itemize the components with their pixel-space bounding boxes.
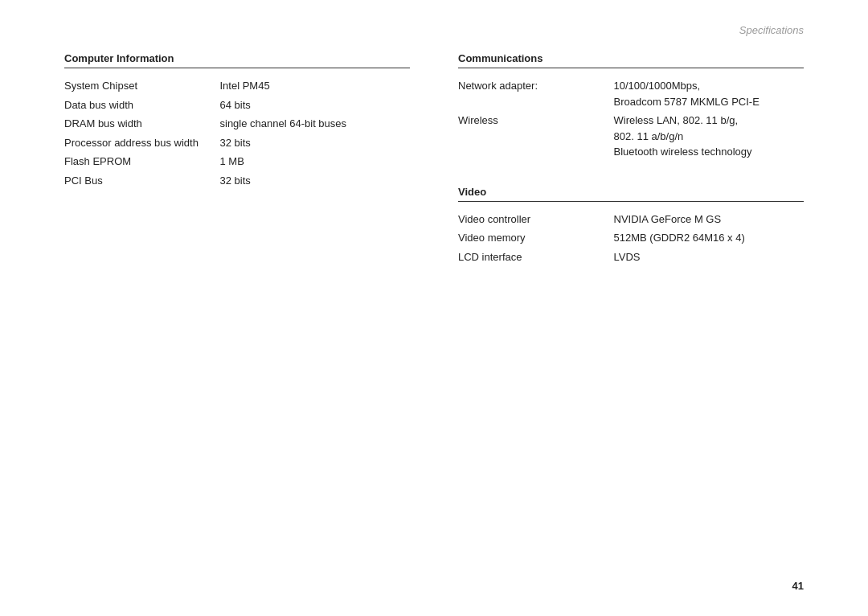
- spec-value: 1 MB: [220, 152, 411, 171]
- spec-label: Network adapter:: [458, 76, 614, 111]
- spec-label: LCD interface: [458, 248, 614, 267]
- page-container: Specifications Computer Information Syst…: [0, 0, 868, 616]
- spec-label: Data bus width: [64, 96, 220, 115]
- communications-title: Communications: [458, 52, 804, 68]
- spec-label: Video memory: [458, 228, 614, 248]
- spec-label: Video controller: [458, 210, 614, 229]
- spec-value: 32 bits: [220, 171, 411, 191]
- content-columns: Computer Information System Chipset Inte…: [64, 52, 804, 290]
- table-row: Video memory 512MB (GDDR2 64M16 x 4): [458, 228, 804, 248]
- table-row: DRAM bus width single channel 64-bit bus…: [64, 114, 410, 133]
- spec-value: 512MB (GDDR2 64M16 x 4): [614, 228, 805, 248]
- spec-value: Intel PM45: [220, 76, 411, 96]
- spec-value: single channel 64-bit buses: [220, 114, 411, 133]
- table-row: Flash EPROM 1 MB: [64, 152, 410, 171]
- left-column: Computer Information System Chipset Inte…: [64, 52, 410, 290]
- spec-label: DRAM bus width: [64, 114, 220, 133]
- spec-value: 32 bits: [220, 133, 411, 153]
- table-row: System Chipset Intel PM45: [64, 76, 410, 96]
- spec-value: NVIDIA GeForce M GS: [614, 210, 805, 229]
- table-row: Video controller NVIDIA GeForce M GS: [458, 210, 804, 229]
- page-title: Specifications: [739, 24, 804, 36]
- video-title: Video: [458, 186, 804, 202]
- table-row: Wireless Wireless LAN, 802. 11 b/g,802. …: [458, 111, 804, 162]
- page-footer: 41: [792, 580, 804, 592]
- spec-label: Flash EPROM: [64, 152, 220, 171]
- communications-table: Network adapter: 10/100/1000Mbps,Broadco…: [458, 76, 804, 162]
- spec-value: Wireless LAN, 802. 11 b/g,802. 11 a/b/g/…: [614, 111, 805, 162]
- table-row: Processor address bus width 32 bits: [64, 133, 410, 153]
- table-row: PCI Bus 32 bits: [64, 171, 410, 191]
- page-header: Specifications: [64, 24, 804, 36]
- table-row: Network adapter: 10/100/1000Mbps,Broadco…: [458, 76, 804, 111]
- spec-label: Processor address bus width: [64, 133, 220, 153]
- page-number: 41: [792, 580, 804, 592]
- spec-value: 10/100/1000Mbps,Broadcom 5787 MKMLG PCI-…: [614, 76, 805, 111]
- computer-information-title: Computer Information: [64, 52, 410, 68]
- spec-value: LVDS: [614, 248, 805, 267]
- spec-label: System Chipset: [64, 76, 220, 96]
- spec-label: PCI Bus: [64, 171, 220, 191]
- video-table: Video controller NVIDIA GeForce M GS Vid…: [458, 210, 804, 267]
- right-column: Communications Network adapter: 10/100/1…: [458, 52, 804, 290]
- spec-value: 64 bits: [220, 96, 411, 115]
- computer-information-table: System Chipset Intel PM45 Data bus width…: [64, 76, 410, 190]
- spec-label: Wireless: [458, 111, 614, 162]
- table-row: LCD interface LVDS: [458, 248, 804, 267]
- table-row: Data bus width 64 bits: [64, 96, 410, 115]
